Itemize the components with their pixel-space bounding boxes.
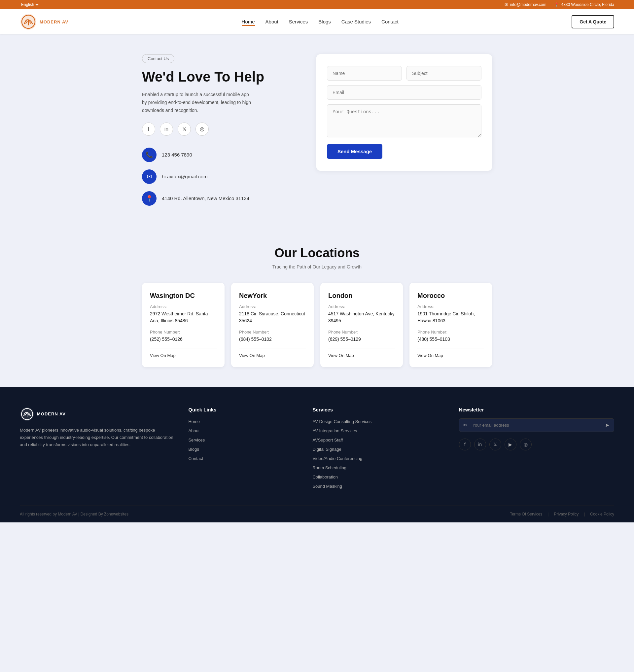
location-city: Morocco [417, 292, 484, 299]
location-phone: (629) 555–0129 [328, 336, 395, 343]
subject-input[interactable] [407, 66, 482, 80]
footer-service-link[interactable]: AV Design Consulting Services [312, 419, 371, 424]
contact-address: 4140 Rd. Allentown, New Mexico 31134 [162, 195, 249, 201]
linkedin-icon[interactable]: in [160, 122, 173, 136]
email-input[interactable] [327, 85, 482, 100]
navbar: MODERN AV Home About Services Blogs Case… [0, 9, 634, 34]
view-map-link[interactable]: View On Map [417, 348, 484, 358]
instagram-icon[interactable]: ◎ [195, 122, 209, 136]
footer-link-separator: | [547, 512, 548, 517]
locations-subtitle: Tracing the Path of Our Legacy and Growt… [142, 264, 492, 269]
footer-twitter-icon[interactable]: 𝕏 [489, 438, 501, 450]
location-address: 2972 Westheimer Rd. Santa Ana, Illinois … [150, 310, 217, 324]
nav-services[interactable]: Services [289, 19, 308, 24]
footer-quicklink[interactable]: About [188, 428, 199, 433]
twitter-icon[interactable]: 𝕏 [178, 122, 191, 136]
email-icon: ✉ [505, 2, 508, 7]
footer-service-link[interactable]: Digital Signage [312, 447, 341, 452]
footer-quicklink[interactable]: Services [188, 437, 205, 442]
form-row-2 [327, 85, 482, 100]
footer-youtube-icon[interactable]: ▶ [505, 438, 516, 450]
footer-service-link[interactable]: AV Integration Services [312, 428, 357, 433]
footer-bottom-link[interactable]: Privacy Policy [554, 512, 579, 517]
address-info: 📍 4140 Rd. Allentown, New Mexico 31134 [142, 191, 296, 206]
nav-about[interactable]: About [266, 19, 278, 24]
list-item: Sound Masking [312, 483, 445, 489]
footer-designer-link[interactable]: Zonewebsites [104, 512, 128, 517]
address-icon: 📍 [142, 191, 156, 206]
location-phone: (684) 555–0102 [239, 336, 306, 343]
footer-quicklink[interactable]: Contact [188, 456, 203, 461]
footer-service-link[interactable]: Sound Masking [312, 484, 342, 489]
list-item: Room Scheduling [312, 465, 445, 471]
list-item: Contact [188, 455, 299, 461]
send-message-button[interactable]: Send Message [327, 144, 382, 159]
list-item: Home [188, 418, 299, 424]
view-map-link[interactable]: View On Map [239, 348, 306, 358]
language-dropdown[interactable]: English [20, 2, 40, 7]
top-bar: English ✉ info@modernav.com 📍 4330 Woods… [0, 0, 634, 9]
footer-linkedin-icon[interactable]: in [474, 438, 486, 450]
phone-label: Phone Number: [328, 330, 395, 335]
footer-quicklinks-title: Quick Links [188, 407, 299, 412]
footer-service-link[interactable]: Video/Audio Conferencing [312, 456, 362, 461]
nav-links: Home About Services Blogs Case Studies C… [242, 19, 398, 25]
footer-services-title: Services [312, 407, 445, 412]
email-info: ✉ hi.avitex@gmail.com [142, 169, 296, 184]
name-input[interactable] [327, 66, 402, 80]
phone-number: 123 456 7890 [162, 152, 192, 158]
contact-section: Contact Us We'd Love To Help Enabled a s… [142, 54, 492, 213]
footer-logo-icon [20, 407, 34, 422]
footer-quicklinks-list: HomeAboutServicesBlogsContact [188, 418, 299, 461]
phone-label: Phone Number: [150, 330, 217, 335]
footer-service-link[interactable]: Collaboration [312, 475, 338, 479]
nav-home[interactable]: Home [242, 19, 255, 26]
footer-quicklink[interactable]: Blogs [188, 447, 199, 452]
contact-badge: Contact Us [142, 54, 174, 63]
footer-quicklink[interactable]: Home [188, 419, 200, 424]
message-textarea[interactable] [327, 104, 482, 137]
top-address: 📍 4330 Woodside Circle, Florida [554, 2, 614, 7]
footer-link-separator: | [584, 512, 585, 517]
footer-service-link[interactable]: AVSupport Staff [312, 437, 343, 442]
address-label: Address: [328, 304, 395, 309]
location-phone: (480) 555–0103 [417, 336, 484, 343]
nav-blogs[interactable]: Blogs [318, 19, 331, 24]
location-address: 2118 Cir. Syracuse, Connecticut 35624 [239, 310, 306, 324]
newsletter-input[interactable] [471, 419, 600, 431]
contact-form: Send Message [316, 54, 492, 171]
newsletter-send-button[interactable]: ➤ [600, 419, 614, 432]
footer-quicklinks-col: Quick Links HomeAboutServicesBlogsContac… [188, 407, 299, 493]
language-selector[interactable]: English [20, 2, 40, 7]
get-quote-button[interactable]: Get A Quote [571, 15, 614, 28]
view-map-link[interactable]: View On Map [328, 348, 395, 358]
facebook-icon[interactable]: f [142, 122, 155, 136]
location-phone: (252) 555–0126 [150, 336, 217, 343]
nav-contact[interactable]: Contact [382, 19, 398, 24]
footer-services-list: AV Design Consulting ServicesAV Integrat… [312, 418, 445, 489]
newsletter-form: ✉ ➤ [459, 418, 614, 432]
logo-icon [20, 13, 37, 30]
locations-grid: Wasington DC Address: 2972 Westheimer Rd… [142, 283, 492, 367]
top-email: ✉ info@modernav.com [505, 2, 546, 7]
view-map-link[interactable]: View On Map [150, 348, 217, 358]
footer-logo-text: MODERN AV [37, 411, 66, 416]
location-card: London Address: 4517 Washington Ave, Ken… [320, 283, 403, 367]
location-city: NewYork [239, 292, 306, 299]
list-item: AV Integration Services [312, 428, 445, 434]
phone-info: 📞 123 456 7890 [142, 148, 296, 162]
footer-bottom: All rights reserved by Modern AV | Desig… [20, 506, 614, 522]
list-item: AV Design Consulting Services [312, 418, 445, 424]
address-label: Address: [417, 304, 484, 309]
footer-bottom-link[interactable]: Terms Of Services [510, 512, 542, 517]
footer-bottom-link[interactable]: Cookie Policy [590, 512, 614, 517]
social-icons: f in 𝕏 ◎ [142, 122, 296, 136]
footer-newsletter-col: Newsletter ✉ ➤ f in 𝕏 ▶ ◎ [459, 407, 614, 493]
address-label: Address: [150, 304, 217, 309]
logo-text: MODERN AV [40, 20, 68, 24]
nav-case-studies[interactable]: Case Studies [341, 19, 371, 24]
footer-instagram-icon[interactable]: ◎ [520, 438, 532, 450]
footer-service-link[interactable]: Room Scheduling [312, 465, 346, 470]
footer-facebook-icon[interactable]: f [459, 438, 471, 450]
list-item: AVSupport Staff [312, 437, 445, 443]
